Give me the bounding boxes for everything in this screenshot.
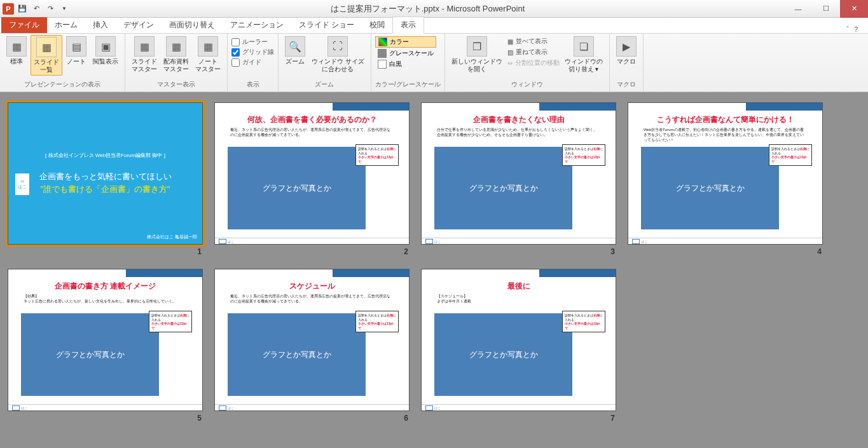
slide-body-text: 【スケジュール】まずは半年月１連載 — [422, 294, 616, 311]
slide-sorter-pane[interactable]: +iはこ[ 株式会社インプレス Web担当者Forum編集部 御中 ]企画書をも… — [0, 92, 868, 448]
slide-thumbnail[interactable]: こうすれば企画書なんて簡単にかける！Web担当者Forumの連載で、初心者向けの… — [628, 102, 823, 256]
slide-number: 4 — [817, 247, 823, 256]
tab-transitions[interactable]: 画面切り替え — [162, 17, 223, 33]
slide-number: 2 — [404, 247, 410, 256]
switch-windows-button[interactable]: ❏ウィンドウの 切り替え ▾ — [562, 35, 605, 74]
slide-number: 5 — [197, 414, 203, 423]
quick-access-toolbar: P 💾 ↶ ↷ ▼ — [0, 3, 71, 15]
ribbon: ▦標準 ▦スライド 一覧 ▤ノート ▣閲覧表示 プレゼンテーションの表示 ▦スラ… — [0, 34, 868, 92]
slide-body-text: 最近、ネット系の広告代理店の若い人たちが、運用系広告の提案が増えてきて、広告代理… — [215, 128, 409, 144]
slide-top-bar — [422, 103, 616, 111]
slide-number: 1 — [197, 247, 203, 256]
graph-placeholder: グラフとか写真とか — [228, 313, 366, 396]
help-icon[interactable]: ? — [854, 25, 858, 33]
slide-footer: はこ — [8, 404, 202, 411]
fit-window-button[interactable]: ⛶ウィンドウ サイズ に合わせる — [309, 35, 367, 74]
view-reading-button[interactable]: ▣閲覧表示 — [90, 35, 121, 67]
move-split-button[interactable]: ⇔分割位置の移動 — [506, 58, 561, 68]
slide-body-text: Web担当者Forumの連載で、初心者向けの企画書の書き方をやる。連載を通じて、… — [628, 128, 822, 144]
view-normal-button[interactable]: ▦標準 — [4, 35, 29, 67]
tab-design[interactable]: デザイン — [116, 17, 162, 33]
slide-footer: はこ — [215, 404, 409, 411]
group-master-views: ▦スライド マスター ▦配布資料 マスター ▦ノート マスター マスター表示 — [125, 34, 228, 92]
cascade-button[interactable]: ▧重ねて表示 — [506, 47, 561, 57]
slide-thumbnail[interactable]: スケジュール最近、ネット系の広告代理店の若い人たちが、運用系広告の提案が増えてき… — [214, 269, 410, 423]
side-note: 説明を入れるときは右側に入れる小さい文字の最小は13ptで — [355, 311, 399, 332]
gridlines-checkbox[interactable]: グリッド線 — [231, 48, 274, 57]
slide-footer: はこ — [422, 238, 616, 244]
view-notes-button[interactable]: ▤ノート — [64, 35, 89, 67]
group-window: ❐新しいウィンドウ を開く ▦並べて表示 ▧重ねて表示 ⇔分割位置の移動 ❏ウィ… — [445, 34, 610, 92]
slide-subhead: [ 株式会社インプレス Web担当者Forum編集部 御中 ] — [17, 152, 193, 159]
graph-placeholder: グラフとか写真とか — [434, 313, 572, 396]
slide-thumbnail[interactable]: 企画書を書きたくない理由自分で仕事を作り出している意識が少ないため、仕事がおもし… — [421, 102, 616, 256]
slide-thumbnail[interactable]: 何故、企画書を書く必要があるのか？最近、ネット系の広告代理店の若い人たちが、運用… — [214, 102, 410, 256]
slide-top-bar — [628, 103, 822, 111]
guides-checkbox[interactable]: ガイド — [231, 58, 274, 67]
side-note: 説明を入れるときは右側に入れる小さい文字の最小は13ptで — [769, 144, 812, 166]
close-button[interactable]: ✕ — [840, 0, 868, 18]
group-zoom: 🔍ズーム ⛶ウィンドウ サイズ に合わせる ズーム — [279, 34, 371, 92]
tab-animations[interactable]: アニメーション — [223, 17, 291, 33]
slide-thumbnail[interactable]: +iはこ[ 株式会社インプレス Web担当者Forum編集部 御中 ]企画書をも… — [8, 102, 203, 256]
slide-number: 7 — [610, 414, 616, 423]
slide-body-text: 自分で仕事を作り出している意識が少ないため、仕事がおもしろくないという声をよく聞… — [422, 128, 616, 144]
slide-top-bar — [215, 269, 409, 277]
tab-slideshow[interactable]: スライド ショー — [291, 17, 362, 33]
tab-file[interactable]: ファイル — [1, 17, 47, 33]
tab-home[interactable]: ホーム — [47, 17, 85, 33]
slide-title: こうすれば企画書なんて簡単にかける！ — [628, 111, 822, 128]
new-window-button[interactable]: ❐新しいウィンドウ を開く — [449, 35, 505, 74]
side-note: 説明を入れるときは右側に入れる小さい文字の最小は13ptで — [562, 311, 605, 332]
slide-top-bar — [215, 103, 409, 111]
group-color-grayscale: カラー グレースケール 白黒 カラー/グレースケール — [371, 34, 445, 92]
slide-number: 6 — [404, 414, 410, 423]
qat-customize-icon[interactable]: ▼ — [57, 3, 71, 15]
slide-title: スケジュール — [215, 277, 409, 294]
slide-title: 企画書をもっと気軽に書いてほしい"誰でも書ける「企画書」の書き方" — [17, 170, 193, 195]
slide-number: 3 — [610, 247, 616, 256]
slide-title: 企画書を書きたくない理由 — [422, 111, 616, 128]
view-slide-sorter-button[interactable]: ▦スライド 一覧 — [31, 35, 62, 76]
maximize-button[interactable]: ☐ — [812, 0, 840, 18]
slide-footer: はこ — [628, 238, 822, 244]
save-icon[interactable]: 💾 — [15, 3, 29, 15]
slide-title: 最後に — [422, 277, 616, 294]
undo-icon[interactable]: ↶ — [29, 3, 43, 15]
slide-title: 何故、企画書を書く必要があるのか？ — [215, 111, 409, 128]
color-mode-grayscale[interactable]: グレースケール — [375, 48, 436, 58]
slide-title: 企画書の書き方 連載イメージ — [8, 277, 202, 294]
notes-master-button[interactable]: ▦ノート マスター — [193, 35, 223, 74]
graph-placeholder: グラフとか写真とか — [21, 313, 159, 396]
slide-thumbnail[interactable]: 企画書の書き方 連載イメージ【効果】ネット広告に携わる若い人たちが、新しい文化を… — [8, 269, 203, 423]
slide-footer: はこ — [422, 404, 616, 411]
graph-placeholder: グラフとか写真とか — [228, 147, 366, 229]
ruler-checkbox[interactable]: ルーラー — [231, 37, 274, 46]
minimize-button[interactable]: — — [784, 0, 812, 18]
arrange-all-button[interactable]: ▦並べて表示 — [506, 36, 561, 46]
color-mode-bw[interactable]: 白黒 — [375, 59, 436, 69]
slide-footer: はこ — [215, 238, 409, 244]
ribbon-collapse-icon[interactable]: ˆ — [846, 25, 849, 33]
slide-thumbnail[interactable]: 最後に【スケジュール】まずは半年月１連載グラフとか写真とか説明を入れるときは右側… — [421, 269, 616, 423]
graph-placeholder: グラフとか写真とか — [641, 147, 779, 229]
color-mode-color[interactable]: カラー — [375, 36, 436, 48]
group-show: ルーラー グリッド線 ガイド 表示 — [228, 34, 279, 92]
slide-master-button[interactable]: ▦スライド マスター — [129, 35, 160, 74]
zoom-button[interactable]: 🔍ズーム — [282, 35, 308, 67]
macros-button[interactable]: ▶マクロ — [614, 35, 639, 67]
slide-body-text: 【効果】ネット広告に携わる若い人たちが、新しい文化を生み出し、業界的にも活性化し… — [8, 294, 202, 311]
app-icon[interactable]: P — [1, 3, 15, 15]
title-bar: P 💾 ↶ ↷ ▼ はこ提案用フォーマット.pptx - Microsoft P… — [0, 0, 868, 18]
tab-insert[interactable]: 挿入 — [85, 17, 116, 33]
tab-view[interactable]: 表示 — [392, 17, 424, 34]
slide-top-bar — [422, 269, 616, 277]
handout-master-button[interactable]: ▦配布資料 マスター — [161, 35, 191, 74]
logo-icon: +iはこ — [15, 173, 30, 196]
slide-footer: 株式会社はこ 亀谷誠一郎 — [147, 234, 197, 240]
redo-icon[interactable]: ↷ — [43, 3, 57, 15]
group-presentation-views: ▦標準 ▦スライド 一覧 ▤ノート ▣閲覧表示 プレゼンテーションの表示 — [0, 34, 125, 92]
graph-placeholder: グラフとか写真とか — [434, 147, 572, 229]
ribbon-help: ˆ ? — [846, 25, 868, 33]
tab-review[interactable]: 校閲 — [362, 17, 392, 33]
